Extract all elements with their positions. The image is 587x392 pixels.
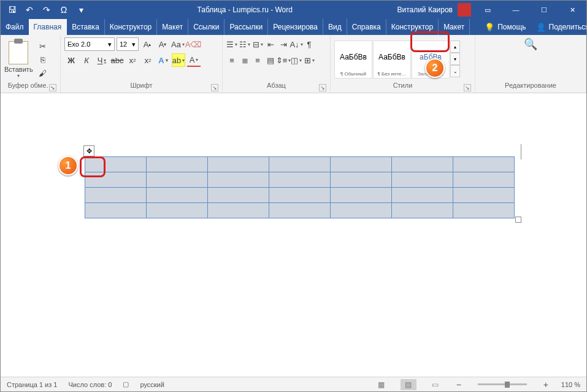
table-row[interactable] [85,203,515,218]
italic-button[interactable]: К [80,53,93,67]
tab-mailings[interactable]: Рассылки [224,19,268,35]
gallery-down-button[interactable]: ▾ [450,53,460,65]
shading-button[interactable]: ◫ [291,53,302,67]
tab-insert[interactable]: Вставка [67,19,105,35]
window-controls: ▭ — ☐ ✕ [474,1,586,19]
quick-access-toolbar: 🖫 ↶ ↷ Ω ▾ [1,4,93,15]
clear-formatting-button[interactable]: A⌫ [186,37,200,51]
gallery-more-button[interactable]: ⌄ [450,65,460,77]
multilevel-button[interactable]: ⊟ [252,37,263,51]
bold-button[interactable]: Ж [64,53,78,67]
zoom-level[interactable]: 110 % [561,381,580,388]
highlight-button[interactable]: ab [172,53,185,67]
read-mode-icon[interactable]: ▦ [374,379,389,390]
align-right-button[interactable]: ≡ [252,53,263,67]
callout-1: 1 [58,156,78,175]
font-name-select[interactable]: Exo 2.0▾ [64,37,115,51]
grow-font-button[interactable]: A▴ [140,37,154,51]
align-center-button[interactable]: ≣ [239,53,250,67]
proofing-icon[interactable]: ▢ [123,380,129,388]
cut-icon[interactable]: ✂ [38,41,48,51]
redo-icon[interactable]: ↷ [41,4,52,15]
style-nospacing[interactable]: АаБбВв ¶ Без инте… [373,40,411,79]
group-paragraph: ☰ ☷ ⊟ ⇤ ⇥ A↓ ¶ ≡ ≣ ≡ ▤ ⇕≡ ◫ ⊞ Абзац↘ [223,35,331,93]
font-color-button[interactable]: A [187,53,201,67]
sort-button[interactable]: A↓ [291,37,302,51]
ribbon-display-icon[interactable]: ▭ [474,1,502,19]
status-page[interactable]: Страница 1 из 1 [7,381,57,388]
maximize-button[interactable]: ☐ [530,1,558,19]
undo-icon[interactable]: ↶ [24,4,35,15]
document-table[interactable] [85,156,515,218]
status-language[interactable]: русский [140,381,164,388]
paragraph-launcher-icon[interactable]: ↘ [319,84,326,91]
tab-view[interactable]: Вид [323,19,347,35]
save-icon[interactable]: 🖫 [7,4,18,15]
decrease-indent-button[interactable]: ⇤ [265,37,276,51]
paste-button[interactable]: Вставить ▾ [4,41,33,79]
gallery-up-button[interactable]: ▴ [450,40,460,53]
copy-icon[interactable]: ⎘ [38,55,48,64]
tab-layout[interactable]: Макет [157,19,188,35]
line-spacing-button[interactable]: ⇕≡ [278,53,289,67]
table-move-handle[interactable]: ✥ [83,145,94,156]
web-layout-icon[interactable]: ▭ [428,379,443,390]
group-editing: 🔍 Редактирование [475,35,586,93]
tab-references[interactable]: Ссылки [188,19,224,35]
callout-ring-1 [80,156,106,177]
show-marks-button[interactable]: ¶ [304,37,315,51]
paste-icon [9,41,28,64]
shrink-font-button[interactable]: A▾ [156,37,169,51]
print-layout-icon[interactable]: ▤ [401,379,416,390]
user-area: Виталий Каиров [397,3,474,17]
user-name[interactable]: Виталий Каиров [397,6,453,14]
font-launcher-icon[interactable]: ↘ [211,84,218,91]
tab-file[interactable]: Файл [1,19,29,35]
page[interactable]: ✥ [1,105,586,377]
omega-icon[interactable]: Ω [58,4,69,15]
tab-design[interactable]: Конструктор [105,19,157,35]
paste-label: Вставить [4,66,33,73]
align-left-button[interactable]: ≡ [226,53,237,67]
table-row[interactable] [85,157,515,172]
user-avatar[interactable] [458,3,471,17]
bullets-button[interactable]: ☰ [226,37,237,51]
text-effects-button[interactable]: A [156,53,170,67]
minimize-button[interactable]: — [502,1,530,19]
zoom-in-button[interactable]: + [542,380,550,390]
group-font: Exo 2.0▾ 12▾ A▴ A▾ Aa A⌫ Ж К Ч abc x2 x2… [61,35,223,93]
search-icon[interactable]: 🔍 [524,37,537,51]
strikethrough-button[interactable]: abc [110,53,124,67]
person-icon: 👤 [536,23,546,32]
style-normal[interactable]: АаБбВв ¶ Обычный [334,40,372,79]
styles-launcher-icon[interactable]: ↘ [464,84,471,91]
tab-home[interactable]: Главная [29,19,67,35]
increase-indent-button[interactable]: ⇥ [278,37,289,51]
statusbar: Страница 1 из 1 Число слов: 0 ▢ русский … [1,377,586,391]
subscript-button[interactable]: x2 [126,53,139,67]
format-painter-icon[interactable]: 🖌 [38,68,48,78]
zoom-slider[interactable] [478,383,527,385]
qat-more-icon[interactable]: ▾ [75,4,86,15]
share-button[interactable]: 👤Поделиться [531,19,587,35]
table-resize-handle[interactable] [515,217,521,223]
clipboard-launcher-icon[interactable]: ↘ [49,84,56,91]
status-words[interactable]: Число слов: 0 [68,381,112,388]
table-row[interactable] [85,188,515,203]
tab-help[interactable]: Справка [347,19,386,35]
zoom-out-button[interactable]: − [455,380,463,390]
document-area[interactable]: ✥ [1,105,586,377]
table-row[interactable] [85,172,515,188]
superscript-button[interactable]: x2 [141,53,155,67]
zoom-thumb[interactable] [505,382,510,388]
tab-review[interactable]: Рецензирова [268,19,323,35]
ribbon-tabs: Файл Главная Вставка Конструктор Макет С… [1,19,586,35]
justify-button[interactable]: ▤ [265,53,276,67]
borders-button[interactable]: ⊞ [304,53,315,67]
change-case-button[interactable]: Aa [171,37,185,51]
font-size-select[interactable]: 12▾ [117,37,139,51]
numbering-button[interactable]: ☷ [239,37,250,51]
underline-button[interactable]: Ч [95,53,109,67]
close-button[interactable]: ✕ [558,1,586,19]
help-button[interactable]: 💡Помощь [480,19,531,35]
